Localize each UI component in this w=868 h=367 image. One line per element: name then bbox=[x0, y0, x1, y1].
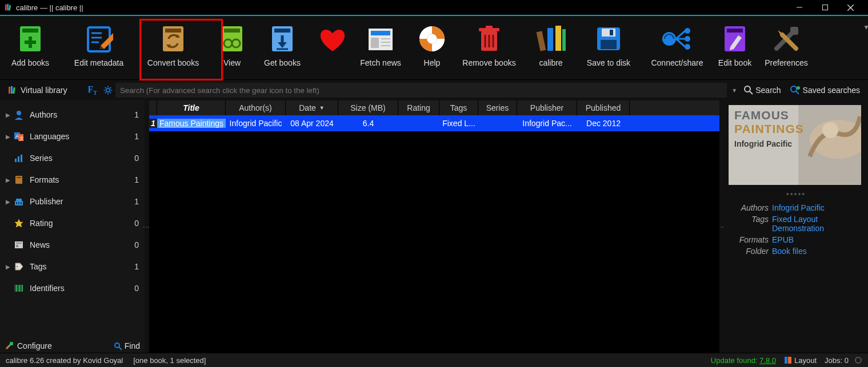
sidebar-count: 1 bbox=[127, 132, 139, 141]
col-date[interactable]: Date▼ bbox=[286, 100, 338, 115]
detail-drag-handle[interactable]: ••••• bbox=[729, 189, 863, 199]
fetch-news-button[interactable]: Fetch news bbox=[355, 18, 406, 67]
svg-line-74 bbox=[105, 87, 106, 88]
svg-line-79 bbox=[750, 91, 753, 94]
svg-point-78 bbox=[745, 86, 750, 92]
get-books-button[interactable]: Get books bbox=[259, 18, 305, 67]
sidebar-formats[interactable]: ▶ Formats 1 bbox=[0, 169, 145, 191]
edit-metadata-button[interactable]: Edit metadata bbox=[67, 18, 130, 67]
svg-rect-49 bbox=[602, 29, 615, 37]
add-books-icon bbox=[15, 22, 45, 56]
expand-icon[interactable]: ▶ bbox=[6, 199, 14, 205]
svg-rect-109 bbox=[22, 285, 23, 292]
jobs-label[interactable]: Jobs: 0 bbox=[825, 356, 849, 365]
meta-val-authors[interactable]: Infogrid Pacific bbox=[772, 203, 863, 212]
calibre-library-button[interactable]: calibre bbox=[530, 18, 571, 67]
meta-val-tags[interactable]: Fixed Layout Demonstration bbox=[772, 215, 863, 233]
layout-icon bbox=[784, 356, 792, 364]
save-to-disk-button[interactable]: Save to disk bbox=[582, 18, 635, 67]
sidebar-news[interactable]: News 0 bbox=[0, 234, 145, 256]
remove-books-button[interactable]: Remove books bbox=[458, 18, 520, 67]
find-label: Find bbox=[125, 341, 140, 350]
svg-rect-67 bbox=[11, 86, 13, 94]
fulltext-search-icon[interactable]: FT bbox=[87, 84, 97, 96]
sidebar-authors[interactable]: ▶ Authors 1 bbox=[0, 104, 145, 126]
star-icon bbox=[14, 218, 29, 228]
col-author[interactable]: Author(s) bbox=[226, 100, 286, 115]
svg-rect-47 bbox=[562, 29, 566, 51]
donate-button[interactable] bbox=[317, 18, 349, 67]
configure-button[interactable]: Configure bbox=[5, 341, 52, 350]
expand-icon[interactable]: ▶ bbox=[6, 112, 14, 118]
sidebar-label: Languages bbox=[30, 132, 127, 141]
svg-rect-107 bbox=[19, 285, 20, 292]
search-input[interactable] bbox=[115, 83, 727, 98]
col-publisher[interactable]: Publisher bbox=[517, 100, 577, 115]
preferences-button[interactable]: Preferences bbox=[761, 18, 811, 67]
sidebar-series[interactable]: Series 0 bbox=[0, 147, 145, 169]
splitter-handle[interactable]: ⋮ bbox=[145, 100, 149, 353]
col-series[interactable]: Series bbox=[478, 100, 517, 115]
col-title[interactable]: Title bbox=[157, 100, 226, 115]
minimize-button[interactable] bbox=[786, 0, 812, 15]
splitter-handle-right[interactable]: ⋮ bbox=[719, 100, 724, 353]
virtual-library-button[interactable]: Virtual library bbox=[3, 84, 71, 96]
sidebar-publisher[interactable]: ▶ Publisher 1 bbox=[0, 191, 145, 212]
search-row: Virtual library FT ▼ Search Saved search… bbox=[0, 80, 868, 100]
sidebar-count: 0 bbox=[127, 240, 139, 249]
row-number: 1 bbox=[149, 119, 157, 128]
search-gear-icon[interactable] bbox=[103, 85, 113, 95]
sidebar-rating[interactable]: Rating 0 bbox=[0, 212, 145, 234]
svg-point-55 bbox=[685, 44, 690, 50]
help-label: Help bbox=[424, 58, 441, 67]
svg-rect-1 bbox=[7, 4, 9, 10]
preferences-icon bbox=[771, 22, 801, 56]
fetch-news-label: Fetch news bbox=[360, 58, 401, 67]
sidebar-languages[interactable]: ▶ A文 Languages 1 bbox=[0, 126, 145, 147]
connect-share-button[interactable]: Connect/share bbox=[646, 18, 709, 67]
jobs-spinner-icon[interactable] bbox=[854, 356, 862, 364]
edit-book-button[interactable]: Edit book bbox=[713, 18, 757, 67]
sidebar-tags[interactable]: ▶ Tags 1 bbox=[0, 256, 145, 277]
meta-val-folder[interactable]: Book files bbox=[772, 247, 863, 256]
svg-rect-63 bbox=[790, 27, 798, 35]
svg-rect-90 bbox=[21, 155, 22, 162]
search-button[interactable]: Search bbox=[739, 83, 785, 98]
cell-publisher: Infogrid Pac... bbox=[517, 119, 577, 128]
tag-browser: ▶ Authors 1 ▶ A文 Languages 1 Series 0 ▶ … bbox=[0, 100, 145, 353]
svg-rect-118 bbox=[788, 357, 791, 364]
col-size[interactable]: Size (MB) bbox=[338, 100, 398, 115]
edit-book-icon bbox=[720, 22, 750, 56]
convert-books-button[interactable]: Convert books bbox=[142, 18, 205, 67]
expand-icon[interactable]: ▶ bbox=[6, 264, 14, 270]
close-button[interactable] bbox=[838, 0, 863, 15]
update-found[interactable]: Update found: 7.8.0 bbox=[711, 356, 776, 365]
search-history-dropdown[interactable]: ▼ bbox=[729, 87, 739, 94]
find-button[interactable]: Find bbox=[114, 341, 140, 350]
col-published[interactable]: Published bbox=[577, 100, 630, 115]
saved-searches-button[interactable]: Saved searches bbox=[786, 83, 865, 98]
svg-rect-111 bbox=[10, 342, 13, 345]
sidebar-label: Rating bbox=[30, 219, 127, 228]
col-tags[interactable]: Tags bbox=[439, 100, 478, 115]
preferences-dropdown[interactable]: ▼ bbox=[863, 24, 868, 30]
col-rating[interactable]: Rating bbox=[398, 100, 439, 115]
meta-val-formats[interactable]: EPUB bbox=[772, 235, 863, 244]
expand-icon[interactable]: ▶ bbox=[6, 177, 14, 183]
expand-icon[interactable]: ▶ bbox=[6, 134, 14, 140]
library-books-icon bbox=[536, 22, 566, 56]
expand-icon bbox=[6, 220, 14, 227]
sidebar-identifiers[interactable]: Identifiers 0 bbox=[0, 277, 145, 299]
view-button[interactable]: View bbox=[216, 18, 248, 67]
remove-books-label: Remove books bbox=[462, 58, 515, 67]
book-cover[interactable]: FAMOUS PAINTINGS Infogrid Pacific bbox=[729, 105, 861, 185]
svg-rect-106 bbox=[18, 285, 18, 292]
maximize-button[interactable] bbox=[812, 0, 838, 15]
book-metadata: Authors Infogrid Pacific Tags Fixed Layo… bbox=[729, 203, 863, 256]
sidebar-label: Publisher bbox=[30, 197, 127, 206]
add-books-button[interactable]: Add books bbox=[5, 18, 56, 67]
search-button-label: Search bbox=[755, 86, 781, 95]
layout-button[interactable]: Layout bbox=[784, 356, 817, 365]
book-row[interactable]: 1 Famous Paintings Infogrid Pacific 08 A… bbox=[149, 115, 719, 131]
help-button[interactable]: Help bbox=[416, 18, 448, 67]
